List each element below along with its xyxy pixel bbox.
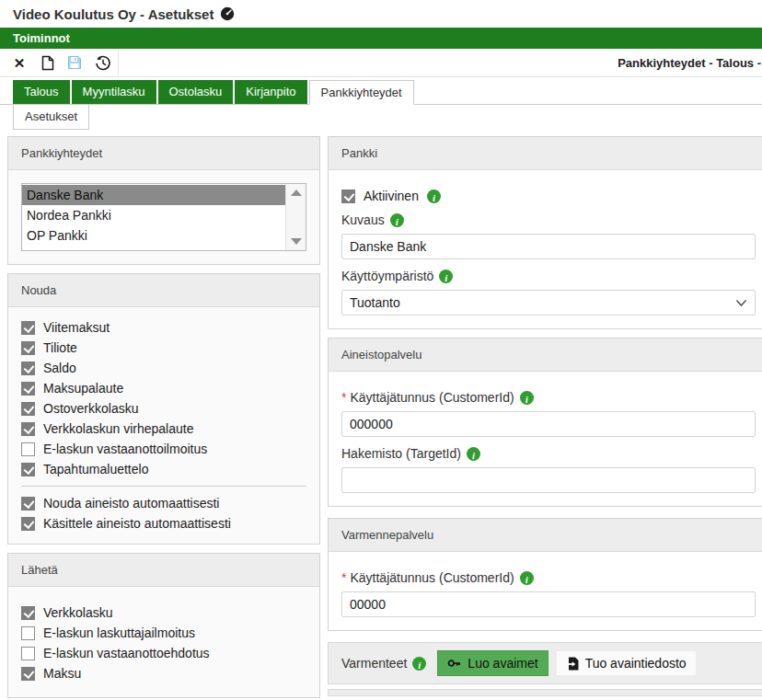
label-text: Käyttäjätunnus (CustomerId) — [350, 390, 514, 405]
bank-connections-panel: Pankkiyhteydet Danske Bank Nordea Pankki… — [7, 136, 320, 265]
checkbox-row-kasittele-automaattisesti[interactable]: Käsittele aineisto automaattisesti — [21, 516, 306, 531]
close-button[interactable]: ✕ — [6, 51, 33, 75]
panel-body: Verkkolasku E-laskun laskuttajailmoitus … — [8, 587, 319, 697]
checkbox[interactable] — [21, 442, 35, 456]
create-keys-button[interactable]: Luo avaimet — [437, 650, 548, 676]
certificate-service-panel: Varmennepalvelu * Käyttäjätunnus (Custom… — [328, 518, 762, 631]
certificates-label-wrap: Varmenteet — [341, 656, 426, 671]
list-item-op-pankki[interactable]: OP Pankki — [22, 225, 285, 246]
list-scrollbar[interactable] — [285, 184, 306, 250]
label-text: Käyttöympäristö — [341, 269, 433, 283]
checkbox-label: Tapahtumaluettelo — [43, 462, 148, 476]
fetch-panel: Nouda Viitemaksut Tiliote Saldo — [7, 273, 320, 545]
panel-title: Pankkiyhteydet — [8, 137, 319, 170]
list-item-nordea-pankki[interactable]: Nordea Pankki — [22, 205, 285, 225]
history-icon — [95, 55, 110, 71]
certificates-label: Varmenteet — [341, 656, 407, 671]
label-text: Kuvaus — [341, 212, 385, 227]
bank-panel: Pankki Aktiivinen Kuvaus Käyttöympäristö — [328, 136, 762, 329]
new-document-icon — [40, 55, 54, 71]
checkbox-row-elaskun-vastaanottoehdotus[interactable]: E-laskun vastaanottoehdotus — [21, 646, 306, 660]
field-label: Kuvaus — [341, 212, 756, 227]
tab-myyntilasku[interactable]: Myyntilasku — [72, 80, 156, 104]
customer-id-input[interactable] — [341, 411, 756, 437]
checkbox-row-ostoverkkolasku[interactable]: Ostoverkkolasku — [21, 401, 306, 416]
info-icon[interactable] — [427, 189, 441, 203]
checkbox-row-verkkolasku[interactable]: Verkkolasku — [21, 605, 306, 620]
checkbox-label: E-laskun vastaanottoehdotus — [43, 646, 210, 660]
tab-asetukset[interactable]: Asetukset — [13, 105, 89, 130]
checkbox-row-maksu[interactable]: Maksu — [21, 666, 306, 681]
checkbox[interactable] — [341, 189, 355, 203]
checkbox[interactable] — [21, 626, 35, 640]
checkbox-label: Käsittele aineisto automaattisesti — [43, 516, 231, 531]
target-id-input[interactable] — [341, 467, 756, 493]
tab-kirjanpito[interactable]: Kirjanpito — [235, 80, 306, 104]
panel-title: Nouda — [8, 274, 319, 307]
checkbox[interactable] — [21, 517, 35, 531]
environment-select[interactable]: Tuotanto — [341, 290, 756, 316]
tab-talous[interactable]: Talous — [13, 80, 70, 104]
checkbox-label: Verkkolaskun virhepalaute — [43, 421, 193, 436]
checkbox[interactable] — [21, 463, 35, 476]
list-item-danske-bank[interactable]: Danske Bank — [22, 185, 285, 205]
save-button[interactable] — [61, 51, 88, 75]
checkbox[interactable] — [21, 422, 35, 436]
tab-pankkiyhteydet[interactable]: Pankkiyhteydet — [309, 80, 414, 105]
checkbox-label: Ostoverkkolasku — [43, 401, 138, 416]
divider — [21, 486, 306, 487]
checkbox-row-aktiivinen[interactable]: Aktiivinen — [341, 189, 756, 203]
checkbox[interactable] — [21, 361, 35, 375]
tab-ostolasku[interactable]: Ostolasku — [158, 80, 234, 104]
checkbox-label: Tiliote — [43, 340, 77, 355]
checkbox-row-tiliote[interactable]: Tiliote — [21, 340, 306, 355]
key-icon — [447, 657, 461, 670]
checkbox-row-saldo[interactable]: Saldo — [21, 361, 306, 375]
checkbox[interactable] — [21, 402, 35, 416]
scroll-up-icon[interactable] — [291, 189, 302, 196]
panel-body: * Käyttäjätunnus (CustomerId) — [329, 552, 762, 630]
checkbox-row-tapahtumaluettelo[interactable]: Tapahtumaluettelo — [21, 462, 306, 476]
panel-title: Aineistopalvelu — [329, 339, 762, 372]
new-document-button[interactable] — [33, 51, 61, 75]
description-input[interactable] — [341, 234, 756, 259]
data-service-panel: Aineistopalvelu * Käyttäjätunnus (Custom… — [328, 338, 762, 507]
checkbox-row-maksupalaute[interactable]: Maksupalaute — [21, 381, 306, 396]
checkbox-label: E-laskun laskuttajailmoitus — [43, 625, 195, 640]
checkbox[interactable] — [21, 606, 35, 620]
checkbox-label: Verkkolasku — [43, 605, 112, 620]
checkbox-label: Aktiivinen — [364, 189, 419, 203]
label-text: Hakemisto (TargetId) — [341, 446, 461, 461]
history-button[interactable] — [88, 51, 116, 75]
checkbox[interactable] — [21, 647, 35, 660]
menubar: Toiminnot — [0, 28, 762, 49]
scroll-down-icon[interactable] — [291, 238, 302, 245]
chevron-down-icon — [735, 299, 747, 307]
field-label: * Käyttäjätunnus (CustomerId) — [341, 570, 756, 585]
certificate-customer-id-input[interactable] — [341, 591, 756, 617]
bank-listbox[interactable]: Danske Bank Nordea Pankki OP Pankki — [21, 183, 306, 251]
info-icon[interactable] — [439, 270, 453, 283]
panel-body: Aktiivinen Kuvaus Käyttöympäristö Tuotan… — [329, 170, 762, 328]
info-icon[interactable] — [390, 213, 404, 227]
checkbox-row-viitemaksut[interactable]: Viitemaksut — [21, 320, 306, 335]
checkbox[interactable] — [21, 667, 35, 681]
import-key-file-button[interactable]: Tuo avaintiedosto — [556, 650, 697, 676]
checkbox-row-nouda-automaattisesti[interactable]: Nouda aineisto automaattisesti — [21, 496, 306, 511]
info-icon[interactable] — [412, 657, 426, 671]
button-label: Luo avaimet — [468, 656, 537, 671]
settings-window: Video Koulutus Oy - Asetukset Toiminnot … — [0, 0, 762, 700]
menu-toiminnot[interactable]: Toiminnot — [0, 28, 83, 49]
checkbox-row-verkkolaskun-virhepalaute[interactable]: Verkkolaskun virhepalaute — [21, 421, 306, 436]
checkbox-row-elaskun-laskuttajailmoitus[interactable]: E-laskun laskuttajailmoitus — [21, 625, 306, 640]
checkbox[interactable] — [21, 321, 35, 335]
info-icon[interactable] — [520, 391, 534, 405]
checkbox[interactable] — [21, 382, 35, 396]
checkbox-row-elaskun-vastaanottoilmoitus[interactable]: E-laskun vastaanottoilmoitus — [21, 442, 306, 456]
send-panel: Lähetä Verkkolasku E-laskun laskuttajail… — [7, 553, 320, 698]
info-icon[interactable] — [467, 447, 480, 461]
checkbox[interactable] — [21, 497, 35, 511]
info-icon[interactable] — [520, 571, 534, 585]
checkbox[interactable] — [21, 341, 35, 355]
button-label: Tuo avaintiedosto — [585, 656, 687, 671]
